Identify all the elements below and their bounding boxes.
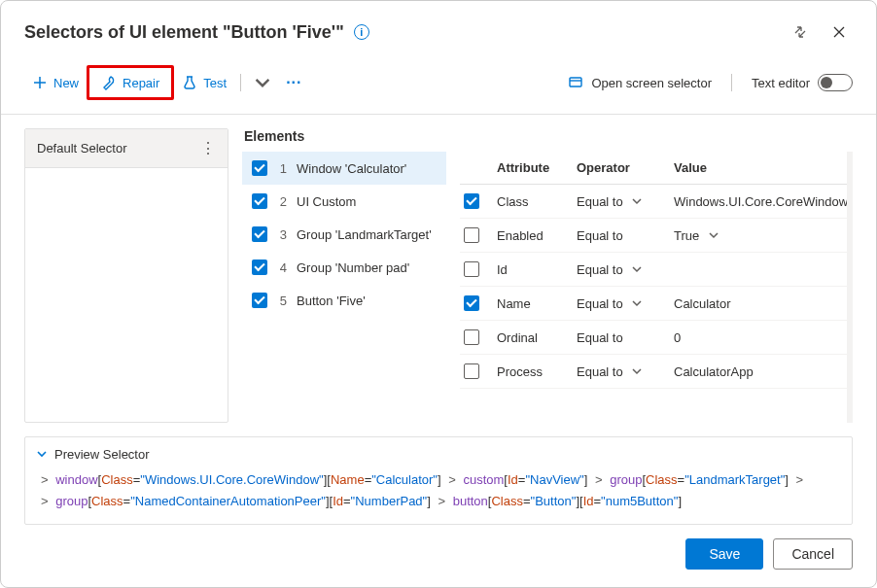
attribute-name: Process	[497, 364, 567, 379]
elements-heading: Elements	[244, 128, 853, 144]
open-screen-selector-button[interactable]: Open screen selector	[568, 75, 712, 90]
element-row[interactable]: 4 Group 'Number pad'	[242, 251, 446, 284]
new-button[interactable]: New	[24, 70, 87, 95]
default-selector-label: Default Selector	[37, 141, 127, 156]
attribute-operator[interactable]: Equal to	[577, 194, 664, 209]
element-label: Button 'Five'	[297, 294, 366, 308]
text-editor-toggle[interactable]	[818, 74, 853, 91]
attribute-name: Id	[497, 262, 567, 277]
test-button[interactable]: Test	[174, 70, 234, 95]
element-checkbox[interactable]	[252, 259, 267, 275]
test-dropdown[interactable]	[247, 70, 278, 95]
preview-selector-text: > window[Class="Windows.UI.Core.CoreWind…	[37, 469, 840, 512]
element-checkbox[interactable]	[252, 160, 267, 176]
attribute-checkbox[interactable]	[464, 193, 479, 209]
element-row[interactable]: 2 UI Custom	[242, 185, 446, 218]
toolbar-divider-2	[731, 74, 732, 91]
default-selector-item[interactable]: Default Selector ⋮	[25, 129, 228, 168]
element-label: Group 'Number pad'	[297, 260, 409, 275]
attribute-operator[interactable]: Equal to	[577, 364, 664, 379]
dialog-footer: Save Cancel	[1, 525, 876, 587]
element-index: 2	[277, 194, 287, 209]
element-index: 5	[277, 294, 287, 308]
col-operator: Operator	[577, 160, 664, 175]
dialog-title: Selectors of UI element "Button 'Five'"	[24, 22, 344, 43]
save-button[interactable]: Save	[685, 538, 763, 570]
more-button[interactable]: ···	[278, 70, 309, 95]
info-icon[interactable]: i	[354, 24, 369, 40]
toolbar: New Repair Test ··· Open screen selector…	[1, 59, 876, 115]
attribute-value[interactable]: Calculator	[674, 296, 843, 311]
attribute-operator[interactable]: Equal to	[577, 228, 664, 243]
element-label: Window 'Calculator'	[297, 161, 406, 176]
text-editor-control: Text editor	[752, 74, 853, 91]
svg-rect-0	[570, 78, 581, 86]
element-checkbox[interactable]	[252, 293, 267, 308]
attribute-operator[interactable]: Equal to	[577, 296, 664, 311]
col-attribute: Attribute	[497, 160, 567, 175]
preview-selector-panel: Preview Selector > window[Class="Windows…	[24, 436, 853, 525]
element-row[interactable]: 1 Window 'Calculator'	[242, 152, 446, 185]
attribute-row: Class Equal to Windows.UI.Core.CoreWindo…	[460, 185, 847, 219]
col-value: Value	[674, 160, 843, 175]
selectors-list-panel: Default Selector ⋮	[24, 128, 228, 423]
open-screen-selector-label: Open screen selector	[591, 76, 712, 90]
attribute-value[interactable]: True	[674, 228, 843, 243]
selector-item-menu-icon[interactable]: ⋮	[200, 139, 216, 157]
element-index: 3	[277, 227, 287, 242]
element-row[interactable]: 5 Button 'Five'	[242, 284, 446, 317]
attribute-checkbox[interactable]	[464, 227, 479, 243]
attribute-row: Enabled Equal to True	[460, 219, 847, 253]
attributes-panel: Attribute Operator Value Class Equal to …	[460, 152, 853, 423]
attribute-checkbox[interactable]	[464, 295, 479, 311]
element-label: UI Custom	[297, 194, 356, 209]
preview-selector-toggle[interactable]: Preview Selector	[37, 447, 840, 462]
element-index: 1	[277, 161, 287, 176]
attribute-name: Class	[497, 194, 567, 209]
text-editor-label: Text editor	[752, 76, 810, 90]
close-icon[interactable]	[825, 18, 853, 46]
test-label: Test	[203, 76, 227, 90]
attribute-checkbox[interactable]	[464, 363, 479, 379]
attribute-name: Ordinal	[497, 330, 567, 345]
element-checkbox[interactable]	[252, 193, 267, 209]
element-checkbox[interactable]	[252, 226, 267, 242]
repair-highlight: Repair	[87, 65, 174, 100]
expand-icon[interactable]	[787, 18, 814, 46]
element-index: 4	[277, 260, 287, 275]
toolbar-divider	[240, 74, 241, 91]
dialog-header: Selectors of UI element "Button 'Five'" …	[1, 1, 876, 59]
attribute-value[interactable]: 0	[674, 330, 843, 345]
attribute-checkbox[interactable]	[464, 329, 479, 345]
new-label: New	[53, 76, 79, 90]
attribute-value[interactable]: Windows.UI.Core.CoreWindow	[674, 194, 848, 209]
element-row[interactable]: 3 Group 'LandmarkTarget'	[242, 218, 446, 251]
attribute-row: Ordinal Equal to 0	[460, 321, 847, 355]
attribute-name: Enabled	[497, 228, 567, 243]
elements-list: 1 Window 'Calculator' 2 UI Custom 3 Grou…	[242, 152, 446, 423]
attribute-name: Name	[497, 296, 567, 311]
attribute-row: Process Equal to CalculatorApp	[460, 355, 847, 389]
attribute-value[interactable]: CalculatorApp	[674, 364, 843, 379]
preview-selector-label: Preview Selector	[54, 447, 150, 462]
repair-button[interactable]: Repair	[93, 70, 167, 95]
attribute-operator[interactable]: Equal to	[577, 330, 664, 345]
cancel-button[interactable]: Cancel	[773, 538, 853, 570]
selector-builder-dialog: Selectors of UI element "Button 'Five'" …	[0, 0, 877, 588]
attribute-row: Id Equal to	[460, 253, 847, 287]
element-label: Group 'LandmarkTarget'	[297, 227, 432, 242]
repair-label: Repair	[123, 76, 159, 90]
attribute-row: Name Equal to Calculator	[460, 287, 847, 321]
attribute-checkbox[interactable]	[464, 261, 479, 277]
attribute-operator[interactable]: Equal to	[577, 262, 664, 277]
